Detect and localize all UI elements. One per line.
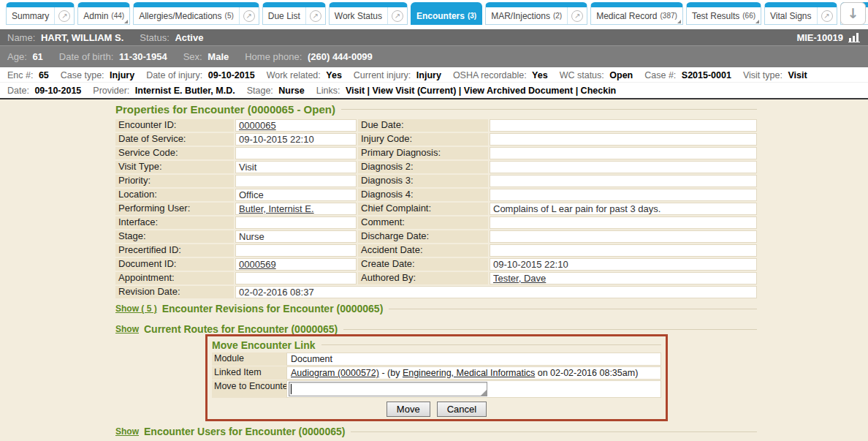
external-link-icon[interactable]: ↗: [567, 7, 587, 24]
show-users-link[interactable]: Show: [115, 426, 139, 437]
field-pair: Work related: Yes: [267, 70, 342, 80]
linked-item-text: - (by: [379, 368, 403, 378]
tab-due-list[interactable]: Due List↗: [262, 2, 326, 25]
module-row: Module Document: [212, 353, 661, 366]
visit-link-view-archived-document[interactable]: View Archived Document: [464, 86, 573, 96]
properties-table: Encounter ID:0000065Due Date:Date of Ser…: [115, 119, 757, 300]
field-pair: OSHA recordable: Yes: [453, 70, 548, 80]
linked-item-value: Audiogram (0000572) - (by Engineering, M…: [286, 366, 661, 380]
tab-vital-signs[interactable]: Vital Signs↗: [764, 2, 837, 25]
value-link[interactable]: 0000065: [239, 120, 276, 131]
linked-item-document-link[interactable]: Audiogram (0000572): [291, 368, 379, 378]
visit-links: Visit | View Visit (Current) | View Arch…: [346, 86, 616, 96]
encounter-bar: Enc #: 65Case type: InjuryDate of injury…: [0, 68, 868, 83]
external-link-icon[interactable]: ↗: [305, 7, 325, 24]
field-value: 61: [32, 51, 42, 62]
table-row: Encounter ID:0000065Due Date:: [115, 119, 757, 132]
row-value: Nurse: [235, 230, 357, 243]
field-label: Provider:: [93, 86, 129, 96]
show-revisions-link[interactable]: Show ( 5 ): [115, 304, 157, 314]
field-pair: Status: Active: [140, 32, 203, 43]
row-label: Performing User:: [115, 203, 234, 215]
row-label: Diagnosis 2:: [358, 161, 488, 173]
properties-title: Properties for Encounter (0000065 - Open…: [115, 103, 335, 116]
external-link-icon[interactable]: ↗: [54, 7, 74, 24]
row-label: Priority:: [115, 175, 234, 187]
field-value: 09-10-2015: [34, 86, 81, 96]
field-label: Visit type:: [743, 70, 783, 80]
chart-id: MIE-10019: [796, 32, 843, 43]
field-value: 11-30-1954: [119, 51, 167, 62]
field-value: Male: [208, 51, 229, 62]
field-label: Date:: [7, 86, 29, 96]
row-label: Diagnosis 4:: [358, 189, 488, 201]
field-label: Home phone:: [245, 51, 302, 62]
tab-count: (5): [225, 12, 234, 20]
tab-mar-injections[interactable]: MAR/Injections(2)↗: [485, 2, 587, 25]
value-link[interactable]: Tester, Dave: [493, 273, 546, 284]
header-rule: [321, 344, 661, 345]
tab-label: MAR/Injections: [491, 11, 550, 21]
field-label: OSHA recordable:: [453, 70, 527, 80]
visit-link-visit[interactable]: Visit: [346, 86, 365, 96]
row-value: [490, 119, 757, 132]
row-value: Complains of L ear pain for past 3 days.: [490, 203, 757, 215]
row-value: [490, 216, 757, 229]
visit-links-group: Links: Visit | View Visit (Current) | Vi…: [316, 86, 617, 96]
row-label: Create Date:: [358, 258, 488, 271]
field-value: Yes: [532, 70, 548, 80]
field-pair: Age: 61: [7, 51, 43, 62]
move-to-encounter-input[interactable]: [289, 382, 487, 396]
value-link[interactable]: 0000569: [239, 259, 276, 270]
field-value: 65: [39, 70, 49, 80]
cancel-button[interactable]: Cancel: [437, 402, 487, 417]
external-link-icon[interactable]: ↗: [817, 7, 837, 24]
visit-info: Date: 09-10-2015Provider: Internist E. B…: [7, 86, 316, 96]
move-encounter-link-dialog: Move Encounter Link Module Document Link…: [205, 334, 668, 421]
field-pair: WC status: Open: [560, 70, 633, 80]
move-button[interactable]: Move: [387, 402, 430, 417]
row-value: [235, 272, 357, 284]
tab-label: Medical Record: [596, 11, 657, 21]
field-pair: Visit type: Visit: [743, 70, 807, 80]
patient-info: Name: HART, WILLIAM S.Status: Active: [7, 32, 219, 43]
show-routes-link[interactable]: Show: [115, 324, 139, 334]
field-label: Case type:: [61, 70, 104, 80]
tab-label: Admin: [83, 11, 108, 21]
properties-header: Properties for Encounter (0000065 - Open…: [115, 103, 757, 116]
value-link[interactable]: Butler, Internist E.: [239, 203, 314, 214]
bar-chart-icon[interactable]: [848, 32, 861, 42]
row-value: [490, 161, 757, 173]
visit-link-view-visit-current[interactable]: View Visit (Current): [373, 86, 457, 96]
row-value: [490, 147, 757, 159]
webchart-app: Summary↗Admin(44)Allergies/Medications(5…: [0, 0, 868, 441]
tab-medical-record[interactable]: Medical Record(387): [590, 2, 683, 25]
external-link-icon[interactable]: ↗: [239, 7, 259, 24]
tab-encounters[interactable]: Encounters(3): [411, 2, 482, 25]
tab-admin[interactable]: Admin(44): [77, 2, 130, 25]
visit-bar: Date: 09-10-2015Provider: Internist E. B…: [0, 83, 868, 97]
tab-allergies-medications[interactable]: Allergies/Medications(5)↗: [133, 2, 259, 25]
field-value: Nurse: [278, 86, 304, 96]
table-row: Appointment:Authored By:Tester, Dave: [115, 272, 757, 284]
tab-scroll-down-button[interactable]: ↓: [840, 2, 866, 25]
text-caret: [291, 384, 292, 394]
row-value: [235, 216, 357, 229]
tab-work-status[interactable]: Work Status↗: [329, 2, 408, 25]
dialog-buttons: Move Cancel: [212, 402, 661, 417]
field-pair: Date of injury: 09-10-2015: [146, 70, 255, 80]
table-row: Priority:Diagnosis 3:: [115, 175, 757, 187]
linked-item-author-link[interactable]: Engineering, Medical Informatics: [403, 368, 535, 378]
field-value: Visit: [788, 70, 807, 80]
row-value: 09-10-2015 22:10: [490, 258, 757, 271]
field-pair: Enc #: 65: [7, 70, 49, 80]
table-row: Performing User:Butler, Internist E.Chie…: [115, 203, 757, 215]
visit-link-checkin[interactable]: Checkin: [581, 86, 617, 96]
field-pair: Date of birth: 11-30-1954: [59, 51, 167, 62]
row-value: [490, 244, 757, 257]
tab-summary[interactable]: Summary↗: [6, 2, 75, 25]
row-label: Precertified ID:: [115, 244, 234, 257]
external-link-icon[interactable]: ↗: [387, 7, 407, 24]
tab-test-results[interactable]: Test Results(66): [686, 2, 761, 25]
field-label: Case #:: [644, 70, 676, 80]
